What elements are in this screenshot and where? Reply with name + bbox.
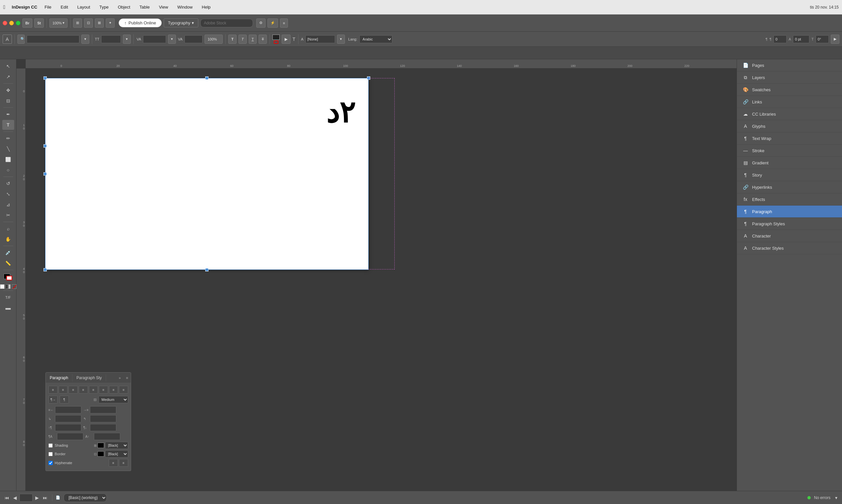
panel-item-character[interactable]: A Character <box>737 230 842 242</box>
space-after-input[interactable]: 0 mm <box>90 424 116 431</box>
align-right-btn[interactable]: ≡ <box>69 386 78 394</box>
panel-item-story[interactable]: ¶ Story <box>737 169 842 181</box>
spacing-select[interactable]: Medium <box>98 396 128 403</box>
type-tool[interactable]: T <box>2 120 14 130</box>
panel-item-character-styles[interactable]: A Character Styles <box>737 242 842 254</box>
align-justify-btn[interactable]: ≡ <box>79 386 88 394</box>
underline-btn[interactable]: T <box>249 35 257 44</box>
panel-menu-icon[interactable]: ≡ <box>124 375 131 381</box>
para-icon2[interactable]: ¶ <box>60 396 69 403</box>
zoom-tool[interactable]: ⌕ <box>2 224 14 234</box>
align-jc-btn[interactable]: ≡ <box>99 386 108 394</box>
error-expand-btn[interactable]: ▾ <box>834 494 839 501</box>
row2-more-btn[interactable]: ▶ <box>831 35 839 44</box>
para-icon1[interactable]: ¶→ <box>49 396 58 403</box>
paragraph-styles-tab[interactable]: Paragraph Sty <box>72 374 106 381</box>
pen-tool[interactable]: ✒ <box>2 109 14 119</box>
handle-bl[interactable] <box>43 268 47 271</box>
panel-item-text-wrap[interactable]: ¶ Text Wrap <box>737 132 842 145</box>
border-color-swatch[interactable] <box>97 451 104 456</box>
grad-mode[interactable] <box>6 284 11 289</box>
lightning-button[interactable]: ⚡ <box>268 18 278 28</box>
baseline-skip-input[interactable]: 0 <box>57 433 83 440</box>
color-fill-area[interactable] <box>272 35 280 44</box>
rotate-tool[interactable]: ↺ <box>2 179 14 188</box>
gap-tool[interactable]: ⊟ <box>2 96 14 106</box>
align-left-btn[interactable]: ≡ <box>49 386 58 394</box>
handle-tl[interactable] <box>43 76 47 80</box>
baseline-input[interactable] <box>305 35 335 43</box>
italic-type-btn[interactable]: T <box>238 35 247 44</box>
handle-tc[interactable] <box>205 76 209 80</box>
scissors-tool[interactable]: ✂ <box>2 210 14 220</box>
ellipse-tool[interactable]: ○ <box>2 165 14 175</box>
right-indent-input[interactable]: 0 mm <box>90 406 116 413</box>
bold-type-btn[interactable]: T <box>228 35 236 44</box>
first-page-btn[interactable]: ⏮ <box>3 494 11 501</box>
menu-icon-button[interactable]: ≡ <box>280 18 288 28</box>
stroke-box[interactable] <box>6 276 12 280</box>
color-more-btn[interactable]: ▶ <box>282 35 290 44</box>
settings-button[interactable]: ⚙ <box>256 18 266 28</box>
page-canvas[interactable]: ٢د <box>46 78 368 269</box>
align-jr-btn[interactable]: ≡ <box>109 386 118 394</box>
pencil-tool[interactable]: ✏ <box>2 133 14 143</box>
normal-mode[interactable] <box>0 284 5 289</box>
first-line-input[interactable]: 0 mm <box>55 415 82 422</box>
hyphenate-checkbox[interactable] <box>49 461 53 465</box>
type-frame-tool[interactable]: T/F <box>2 292 14 302</box>
panel-item-stroke[interactable]: — Stroke <box>737 145 842 157</box>
panel-item-hyperlinks[interactable]: 🔗 Hyperlinks <box>737 181 842 193</box>
align-center-btn[interactable]: ≡ <box>59 386 68 394</box>
last-line-input[interactable]: 0 mm <box>90 415 116 422</box>
panel-item-cc-libraries[interactable]: ☁ CC Libraries <box>737 108 842 120</box>
panel-item-pages[interactable]: 📄 Pages <box>737 59 842 71</box>
panel-item-paragraph[interactable]: ¶ Paragraph <box>737 205 842 218</box>
panel-item-paragraph-styles[interactable]: ¶ Paragraph Styles <box>737 218 842 230</box>
panel-item-links[interactable]: 🔗 Links <box>737 96 842 108</box>
handle-ml[interactable] <box>43 172 47 176</box>
line-tool[interactable]: ╲ <box>2 144 14 154</box>
fill-swatch[interactable] <box>272 35 280 40</box>
panel-item-swatches[interactable]: 🎨 Swatches <box>737 84 842 96</box>
eyedropper-tool[interactable]: 💉 <box>2 248 14 257</box>
direct-select-tool[interactable]: ↗ <box>2 72 14 82</box>
handle-left-outside[interactable] <box>43 144 47 148</box>
close-button[interactable] <box>3 21 7 25</box>
panel-item-layers[interactable]: ⧉ Layers <box>737 71 842 84</box>
align-ja-btn[interactable]: ≡ <box>119 386 128 394</box>
rect-frame-tool[interactable]: ⬜ <box>2 155 14 164</box>
stroke-swatch[interactable] <box>274 40 279 44</box>
hyphen-btn1[interactable]: ≡ <box>109 459 118 467</box>
fill-stroke-widget[interactable] <box>2 272 14 283</box>
hyphen-btn2[interactable]: ≡ <box>119 459 128 467</box>
baseline-val-input[interactable]: 0 <box>94 433 120 440</box>
row2-val3[interactable] <box>816 35 829 43</box>
panel-tab-more[interactable]: » <box>116 375 123 381</box>
selection-tool[interactable]: ↖ <box>2 61 14 71</box>
panel-item-glyphs[interactable]: A Glyphs <box>737 120 842 132</box>
shading-checkbox[interactable] <box>49 444 53 448</box>
shear-tool[interactable]: ⊿ <box>2 200 14 210</box>
shading-color-select[interactable]: [Black] <box>105 442 128 449</box>
left-indent-input[interactable]: 0 mm <box>55 406 82 413</box>
hand-tool[interactable]: ✋ <box>2 234 14 244</box>
align-jl-btn[interactable]: ≡ <box>89 386 98 394</box>
style-dropdown[interactable]: ▾ <box>337 35 345 44</box>
handle-bc[interactable] <box>205 268 209 271</box>
scale-tool[interactable]: ⤡ <box>2 189 14 199</box>
strikethrough-btn[interactable]: T <box>258 35 267 44</box>
language-select[interactable]: Arabic <box>359 35 392 43</box>
paragraph-tab[interactable]: Paragraph <box>46 374 72 381</box>
page-tool[interactable]: ✥ <box>2 85 14 95</box>
measure-tool[interactable]: 📏 <box>2 258 14 268</box>
minimize-button[interactable] <box>9 21 14 25</box>
row2-val2[interactable] <box>793 35 809 43</box>
preview-btn[interactable]: ▬ <box>2 303 14 313</box>
row2-val1[interactable] <box>773 35 787 43</box>
panel-item-effects[interactable]: fx Effects <box>737 193 842 205</box>
panel-item-gradient[interactable]: ▤ Gradient <box>737 157 842 169</box>
border-color-select[interactable]: [Black] <box>105 450 128 457</box>
border-checkbox[interactable] <box>49 452 53 456</box>
shading-color-swatch[interactable] <box>97 443 104 448</box>
